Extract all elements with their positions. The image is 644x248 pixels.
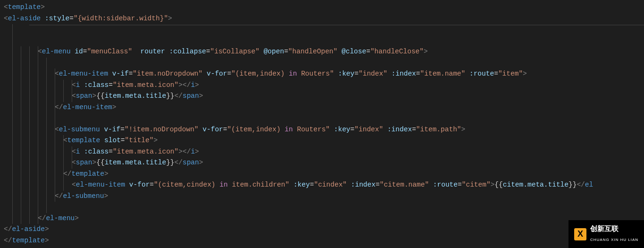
code-line[interactable]: <template slot="title"> <box>4 135 644 146</box>
code-line[interactable]: <el-menu-item v-for="(citem,cindex) in i… <box>4 180 644 191</box>
code-line[interactable] <box>4 202 644 213</box>
vertical-scrollbar[interactable] <box>639 0 644 248</box>
code-area[interactable]: <template><el-aside :style="{width:sideb… <box>0 0 644 248</box>
code-line[interactable]: <template> <box>4 2 644 13</box>
watermark-sub: CHUANG XIN HU LIAN <box>590 234 638 246</box>
watermark-title: 创新互联 <box>590 224 619 232</box>
code-editor[interactable]: <template><el-aside :style="{width:sideb… <box>0 0 644 248</box>
code-line[interactable]: </el-menu> <box>4 213 644 224</box>
code-line[interactable]: <span>{{item.meta.title}}</span> <box>4 157 644 169</box>
code-line[interactable] <box>4 113 644 124</box>
code-line[interactable]: <el-menu-item v-if="item.noDropdown" v-f… <box>4 68 644 80</box>
code-line[interactable]: </el-submenu> <box>4 191 644 202</box>
code-line[interactable]: </el-aside> <box>4 224 644 235</box>
code-line[interactable]: </template> <box>4 169 644 180</box>
code-line[interactable] <box>4 58 644 69</box>
code-line[interactable]: </template> <box>4 235 644 247</box>
code-line[interactable] <box>4 24 644 35</box>
code-line[interactable]: </el-menu-item> <box>4 102 644 113</box>
code-line[interactable] <box>4 35 644 47</box>
code-line[interactable]: <i :class="item.meta.icon"></i> <box>4 80 644 91</box>
watermark-badge: 创新互联 CHUANG XIN HU LIAN <box>569 220 644 248</box>
code-line[interactable]: <el-aside :style="{width:sidebar.width}"… <box>4 13 644 25</box>
code-line[interactable]: <i :class="item.meta.icon"></i> <box>4 146 644 158</box>
code-line[interactable]: <el-menu id="menuClass" router :collapse… <box>4 46 644 58</box>
code-line[interactable]: <el-submenu v-if="!item.noDropdown" v-fo… <box>4 124 644 136</box>
logo-icon <box>574 228 586 240</box>
code-line[interactable]: <span>{{item.meta.title}}</span> <box>4 91 644 102</box>
